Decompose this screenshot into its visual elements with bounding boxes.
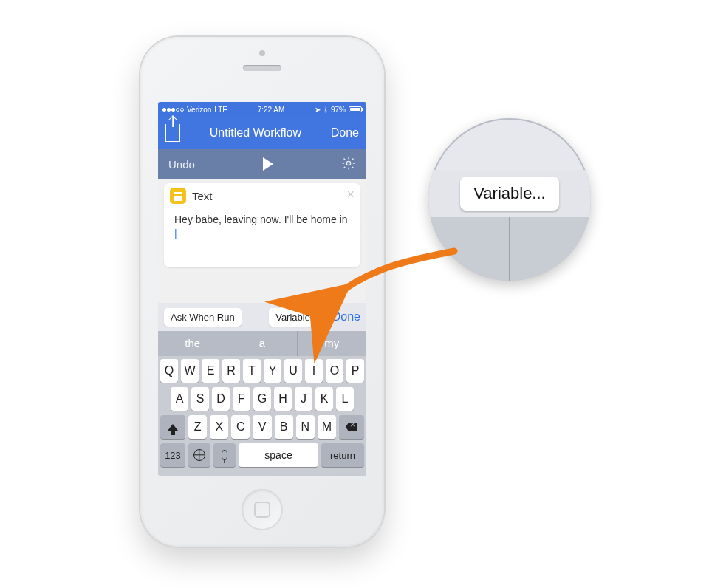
status-bar: Verizon LTE 7:22 AM ➤ ᚼ 97%: [158, 102, 366, 117]
key-r[interactable]: R: [222, 359, 240, 383]
globe-key[interactable]: [188, 443, 210, 467]
text-action-card: Text × Hey babe, leaving now. I'll be ho…: [164, 183, 360, 267]
key-s[interactable]: S: [191, 387, 209, 411]
location-icon: ➤: [315, 106, 321, 114]
predictive-suggestion[interactable]: my: [298, 331, 366, 356]
nav-done-button[interactable]: Done: [331, 126, 359, 140]
phone-screen: Verizon LTE 7:22 AM ➤ ᚼ 97% Untitled Wor…: [158, 102, 366, 476]
key-m[interactable]: M: [318, 415, 336, 439]
predictive-bar: the a my: [158, 331, 366, 356]
keyboard-row-1: QWERTYUIOP: [160, 359, 364, 383]
home-button[interactable]: [242, 489, 283, 530]
signal-strength-icon: [162, 108, 184, 112]
close-icon[interactable]: ×: [346, 188, 354, 201]
shift-icon: [168, 424, 178, 431]
mic-icon: [222, 450, 227, 460]
numbers-key[interactable]: 123: [160, 443, 185, 467]
text-action-icon: [170, 188, 186, 204]
delete-key[interactable]: [339, 415, 364, 439]
key-w[interactable]: W: [181, 359, 199, 383]
dictation-key[interactable]: [213, 443, 236, 467]
key-o[interactable]: O: [326, 359, 343, 383]
text-field-value: Hey babe, leaving now. I'll be home in: [174, 213, 348, 225]
clock-label: 7:22 AM: [230, 106, 312, 114]
key-v[interactable]: V: [253, 415, 271, 439]
key-e[interactable]: E: [202, 359, 219, 383]
nav-bar: Untitled Workflow Done: [158, 117, 366, 149]
key-a[interactable]: A: [171, 387, 188, 411]
keyboard: QWERTYUIOP ASDFGHJKL ZXCVBNM 123 space r…: [158, 356, 366, 476]
text-cursor: |: [174, 228, 177, 239]
key-c[interactable]: C: [231, 415, 250, 439]
key-h[interactable]: H: [274, 387, 292, 411]
key-f[interactable]: F: [233, 387, 250, 411]
bluetooth-icon: ᚼ: [323, 106, 328, 114]
battery-icon: [349, 106, 362, 112]
svg-point-0: [346, 161, 350, 165]
card-title: Text: [192, 190, 213, 202]
predictive-suggestion[interactable]: the: [158, 331, 227, 356]
phone-camera: [259, 50, 265, 56]
page-title: Untitled Workflow: [210, 126, 301, 140]
delete-icon: [346, 423, 357, 431]
ask-when-run-button[interactable]: Ask When Run: [164, 308, 242, 327]
key-i[interactable]: I: [305, 359, 323, 383]
phone-frame: Verizon LTE 7:22 AM ➤ ᚼ 97% Untitled Wor…: [140, 37, 384, 547]
magnifier-keyboard-hint: [428, 217, 591, 281]
key-d[interactable]: D: [212, 387, 230, 411]
key-b[interactable]: B: [275, 415, 293, 439]
workflow-toolbar: Undo: [158, 149, 366, 179]
key-k[interactable]: K: [315, 387, 333, 411]
keyboard-row-4: 123 space return: [160, 443, 364, 467]
key-l[interactable]: L: [336, 387, 354, 411]
network-label: LTE: [214, 106, 227, 114]
magnifier-variable-button: Variable...: [460, 177, 558, 211]
share-icon[interactable]: [165, 124, 180, 142]
key-u[interactable]: U: [284, 359, 302, 383]
keyboard-row-2: ASDFGHJKL: [160, 387, 364, 411]
key-j[interactable]: J: [295, 387, 312, 411]
text-field[interactable]: Hey babe, leaving now. I'll be home in |: [164, 208, 360, 261]
play-icon[interactable]: [263, 157, 273, 171]
return-key[interactable]: return: [321, 443, 364, 467]
variable-button[interactable]: Variable...: [269, 308, 325, 327]
key-y[interactable]: Y: [264, 359, 281, 383]
key-x[interactable]: X: [210, 415, 228, 439]
predictive-suggestion[interactable]: a: [227, 331, 297, 356]
keyboard-accessory-bar: Ask When Run Variable... Done: [158, 303, 366, 331]
shift-key[interactable]: [160, 415, 185, 439]
key-z[interactable]: Z: [188, 415, 207, 439]
space-key[interactable]: space: [239, 443, 318, 467]
globe-icon: [193, 449, 205, 461]
keyboard-row-3: ZXCVBNM: [160, 415, 364, 439]
magnifier-callout: Variable...: [428, 118, 591, 281]
key-q[interactable]: Q: [160, 359, 178, 383]
phone-speaker: [243, 65, 281, 71]
carrier-label: Verizon: [187, 106, 211, 114]
key-p[interactable]: P: [346, 359, 364, 383]
undo-button[interactable]: Undo: [168, 158, 195, 171]
key-t[interactable]: T: [243, 359, 261, 383]
key-g[interactable]: G: [253, 387, 271, 411]
keyboard-done-button[interactable]: Done: [332, 310, 360, 324]
battery-pct-label: 97%: [331, 106, 346, 114]
key-n[interactable]: N: [296, 415, 315, 439]
gear-icon[interactable]: [341, 156, 356, 173]
